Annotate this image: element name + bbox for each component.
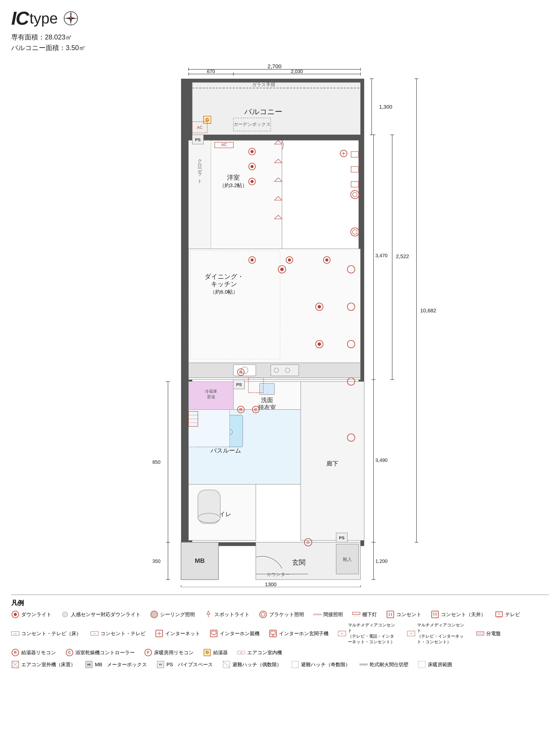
legend-floor-heat-remote: F 床暖房用リモコン (144, 649, 194, 657)
svg-text:2,700: 2,700 (267, 64, 282, 69)
svg-point-145 (318, 342, 321, 346)
title-ic: IC (11, 7, 28, 29)
svg-text:3,470: 3,470 (375, 253, 387, 258)
legend-title: 凡例 (11, 599, 549, 607)
svg-text:（約6.0帖）: （約6.0帖） (210, 289, 238, 295)
legend-panel: 分電盤 (476, 622, 501, 645)
legend-pipe-space: PS PS パイプスペース (156, 660, 213, 669)
svg-point-174 (351, 228, 359, 236)
aircon-indoor-icon: AC (237, 649, 245, 657)
water-heater-icon: G (203, 649, 211, 657)
meter-box-icon: MB (85, 660, 93, 669)
svg-rect-227 (476, 632, 484, 635)
firewall-icon (359, 660, 368, 669)
legend-meter-box: MB MB メーターボックス (85, 660, 147, 669)
multimedia2-icon: MM (407, 629, 415, 638)
area-label1: 専有面積：28.023㎡ (11, 33, 549, 42)
svg-text:PS: PS (159, 663, 162, 666)
svg-text:ガーデンボックス: ガーデンボックス (233, 122, 271, 127)
svg-point-222 (272, 635, 274, 636)
title-type: type (30, 10, 58, 27)
svg-text:PS: PS (195, 137, 201, 142)
svg-text:置場: 置場 (207, 395, 215, 399)
legend-spotlight: スポットライト (204, 610, 249, 619)
svg-marker-183 (207, 611, 210, 614)
svg-text:洋室: 洋室 (227, 174, 240, 181)
svg-text:AC: AC (221, 142, 227, 147)
svg-rect-31 (181, 135, 364, 140)
svg-text:3,490: 3,490 (375, 457, 387, 463)
svg-point-177 (14, 613, 17, 616)
svg-rect-53 (233, 365, 256, 376)
legend-outlet-tv: TV コンセント・テレビ (90, 622, 146, 645)
shelf-light-icon (352, 610, 360, 619)
svg-text:1300: 1300 (265, 581, 276, 587)
svg-text:ガラス手摺: ガラス手摺 (252, 82, 275, 87)
svg-text:バルコニー: バルコニー (244, 108, 282, 116)
svg-rect-46 (351, 167, 359, 172)
bracket-light-icon (259, 610, 267, 619)
legend-outlet-ceil: コンセント（天井） (431, 610, 485, 619)
svg-text:C: C (68, 650, 71, 654)
svg-rect-195 (353, 612, 360, 614)
svg-text:（約3.2帖）: （約3.2帖） (219, 182, 247, 188)
svg-text:670: 670 (207, 68, 215, 74)
legend-water-heater: G 給湯器 (203, 649, 228, 657)
svg-point-141 (280, 268, 284, 271)
svg-text:AC: AC (197, 125, 203, 130)
svg-marker-3 (65, 18, 71, 19)
svg-point-59 (250, 259, 254, 261)
escape-hatch-even-icon (223, 660, 231, 669)
legend-firewall: 乾式耐火間仕切壁 (359, 660, 409, 669)
svg-text:10,682: 10,682 (420, 308, 436, 313)
floorplan-container: 2,700 670 2,030 ガラス手 (102, 64, 458, 587)
page-header: IC type N (11, 7, 549, 29)
svg-text:D: D (306, 540, 309, 545)
interphone-door-icon (269, 629, 277, 638)
svg-text:玄関: 玄関 (292, 558, 305, 566)
svg-rect-29 (181, 135, 188, 542)
internet-icon (155, 629, 163, 638)
motion-downlight-icon (61, 610, 69, 619)
legend-row4: エアコン室外機（床置） MB MB メーターボックス PS PS パイプスペース (11, 660, 549, 669)
svg-text:バスルーム: バスルーム (210, 447, 241, 454)
svg-text:MB: MB (195, 557, 205, 564)
outlet-ceil-icon (431, 610, 439, 619)
outlet-tv-floor-icon: TV● (11, 629, 20, 638)
legend-outlet: コンセント (386, 610, 421, 619)
svg-marker-4 (71, 18, 77, 19)
svg-text:850: 850 (152, 459, 160, 465)
svg-text:ダイニング・: ダイニング・ (204, 273, 243, 280)
legend-shelf-light: 棚下灯 (352, 610, 377, 619)
svg-text:MB: MB (87, 663, 91, 666)
legend-interphone-door: インターホン玄関子機 (269, 622, 328, 645)
aircon-outdoor-icon (11, 660, 20, 669)
floor-heating-icon (418, 660, 426, 669)
svg-rect-55 (271, 365, 299, 376)
svg-text:TV●: TV● (14, 633, 17, 635)
svg-rect-45 (351, 151, 359, 157)
panel-icon (476, 629, 484, 638)
svg-text:TV: TV (94, 633, 95, 635)
legend-outlet-tv-floor: TV● コンセント・テレビ（床） (11, 622, 81, 645)
svg-point-172 (351, 191, 359, 199)
compass-icon: N (63, 11, 78, 26)
legend-indirect-light: 間接照明 (313, 610, 343, 619)
svg-text:PS: PS (236, 382, 242, 387)
svg-point-42 (250, 165, 254, 168)
svg-rect-221 (271, 631, 275, 634)
legend-downlight: ダウンライト (11, 610, 52, 619)
svg-rect-252 (292, 661, 298, 668)
svg-text:1,200: 1,200 (375, 558, 387, 564)
svg-text:2,522: 2,522 (396, 254, 409, 259)
floorplan-svg: 2,700 670 2,030 ガラス手 (102, 64, 458, 587)
legend-bracket-light: ブラケット照明 (259, 610, 304, 619)
indirect-light-icon (313, 610, 322, 619)
svg-text:R: R (239, 370, 242, 375)
svg-text:350: 350 (152, 558, 160, 564)
legend-multimedia2: MM マルチメディアコンセント（テレビ・インターネット・コンセント） (407, 622, 467, 645)
svg-text:MM: MM (410, 633, 412, 634)
legend-dryer-remote: C 浴室乾燥機コントローラー (65, 649, 135, 657)
svg-point-173 (353, 192, 357, 197)
legend-internet: インターネット (155, 622, 200, 645)
